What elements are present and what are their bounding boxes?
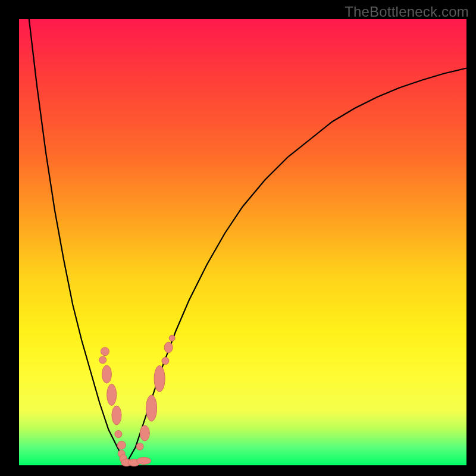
beads-group [99, 335, 176, 466]
watermark-text: TheBottleneck.com [345, 4, 469, 20]
curve-right-branch [126, 68, 466, 464]
bead-marker [117, 441, 126, 449]
bead-marker [154, 366, 165, 392]
bead-marker [107, 384, 117, 406]
plot-area [19, 19, 466, 465]
chart-frame: TheBottleneck.com [0, 0, 476, 476]
bead-marker [162, 358, 169, 365]
bead-marker [169, 335, 175, 341]
bead-marker [140, 425, 149, 441]
bead-marker [112, 406, 121, 425]
bead-marker [115, 431, 122, 438]
bead-marker [101, 347, 109, 356]
bead-marker [136, 443, 143, 450]
bead-marker [137, 458, 151, 465]
bead-marker [164, 342, 173, 353]
bead-marker [102, 365, 111, 383]
chart-svg [19, 19, 466, 465]
bead-marker [146, 395, 157, 421]
bead-marker [99, 356, 107, 364]
